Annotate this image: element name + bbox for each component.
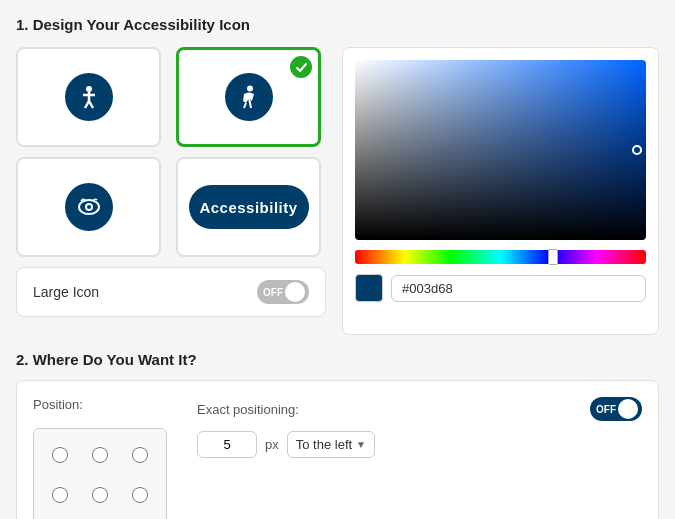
eye-accessibility-icon — [65, 183, 113, 231]
hue-handle[interactable] — [548, 249, 558, 265]
exact-toggle-label: OFF — [596, 404, 616, 415]
px-row: px To the left ▼ — [197, 431, 642, 458]
color-hex-input[interactable] — [391, 275, 646, 302]
color-swatch-row — [355, 274, 646, 302]
icon-option-eye[interactable] — [16, 157, 161, 257]
svg-point-5 — [247, 86, 253, 92]
svg-point-10 — [87, 205, 91, 209]
dynamic-accessibility-icon — [225, 73, 273, 121]
svg-point-0 — [86, 86, 92, 92]
exact-positioning-toggle[interactable]: OFF — [590, 397, 642, 421]
icon-option-dynamic[interactable] — [176, 47, 321, 147]
pos-cell-mid-left[interactable] — [42, 477, 78, 513]
standard-accessibility-icon — [65, 73, 113, 121]
pos-radio-mid-center[interactable] — [92, 487, 108, 503]
icon-grid: Accessibility — [16, 47, 326, 257]
pos-cell-top-left[interactable] — [42, 437, 78, 473]
large-icon-toggle[interactable]: OFF — [257, 280, 309, 304]
position-left: Position: — [33, 397, 167, 519]
exact-toggle-knob — [618, 399, 638, 419]
position-grid — [33, 428, 167, 519]
icon-option-standard[interactable] — [16, 47, 161, 147]
direction-select[interactable]: To the left ▼ — [287, 431, 375, 458]
color-gradient[interactable] — [355, 60, 646, 240]
large-icon-row: Large Icon OFF — [16, 267, 326, 317]
pos-radio-mid-left[interactable] — [52, 487, 68, 503]
color-picker-panel — [342, 47, 659, 335]
chevron-down-icon: ▼ — [356, 439, 366, 450]
section2-title: 2. Where Do You Want It? — [16, 351, 659, 368]
pos-radio-top-center[interactable] — [92, 447, 108, 463]
section1-title: 1. Design Your Accessibility Icon — [16, 16, 659, 33]
exact-positioning-header: Exact positioning: OFF — [197, 397, 642, 421]
pos-cell-mid-right[interactable] — [122, 477, 158, 513]
gradient-handle[interactable] — [632, 145, 642, 155]
pos-cell-top-right[interactable] — [122, 437, 158, 473]
toggle-off-label: OFF — [263, 287, 283, 298]
color-hue-bar[interactable] — [355, 250, 646, 264]
large-icon-label: Large Icon — [33, 284, 99, 300]
px-value-input[interactable] — [197, 431, 257, 458]
pos-cell-mid-center[interactable] — [82, 477, 118, 513]
color-swatch — [355, 274, 383, 302]
selected-check-badge — [290, 56, 312, 78]
pos-cell-top-center[interactable] — [82, 437, 118, 473]
px-unit-label: px — [265, 437, 279, 452]
svg-line-4 — [89, 101, 93, 108]
direction-select-text: To the left — [296, 437, 352, 452]
accessibility-text-button-icon: Accessibility — [189, 185, 309, 229]
exact-pos-label: Exact positioning: — [197, 402, 299, 417]
pos-radio-top-left[interactable] — [52, 447, 68, 463]
toggle-knob — [285, 282, 305, 302]
pos-radio-mid-right[interactable] — [132, 487, 148, 503]
svg-line-6 — [244, 103, 246, 108]
pos-radio-top-right[interactable] — [132, 447, 148, 463]
position-right: Exact positioning: OFF px To the left ▼ — [197, 397, 642, 458]
position-label: Position: — [33, 397, 167, 412]
icon-option-text-button[interactable]: Accessibility — [176, 157, 321, 257]
position-section: Position: Exact positioning: OFF — [16, 380, 659, 519]
